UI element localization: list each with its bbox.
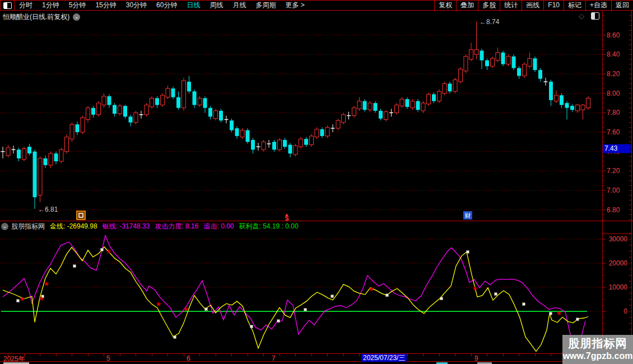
x-axis-tick: [471, 354, 472, 356]
x-axis-tick: [263, 354, 264, 356]
signal-square-marker: [467, 250, 469, 253]
menu-item-period-2[interactable]: 5分钟: [69, 1, 86, 10]
signal-star-marker: ★: [106, 248, 112, 255]
x-axis-tick: [152, 354, 152, 356]
x-axis-tick: [280, 354, 280, 356]
signal-square-marker: [205, 308, 208, 311]
menu-item-tool-4[interactable]: 画线: [522, 0, 543, 11]
menu-item-tool-8[interactable]: 返回: [611, 0, 633, 11]
y-axis-price-label: 6.80: [607, 206, 620, 214]
menu-item-period-8[interactable]: 月线: [232, 1, 246, 10]
x-axis-tick: [519, 354, 519, 356]
x-axis-label: 5: [106, 354, 110, 362]
y-axis-value-label: 0: [623, 307, 627, 315]
x-axis-date-bar[interactable]: 2025年56792025/07/23/三: [0, 353, 633, 362]
x-axis-tick: [423, 354, 423, 356]
signal-square-marker: [73, 265, 76, 268]
signal-star-marker: ★: [183, 305, 189, 313]
y-axis-price-label: 7.00: [607, 186, 620, 194]
collapse-chevron-icon[interactable]: ⌄: [1, 223, 8, 230]
tools-menu: 复权叠加多股统计画线F10标记+自选返回: [434, 1, 633, 10]
x-axis-tick: [551, 354, 551, 356]
y-axis-price-label: 8.20: [607, 70, 620, 78]
x-axis-tick: [72, 354, 72, 356]
y-axis-value-label: 20000: [609, 259, 628, 267]
diamond-icon[interactable]: ◇: [579, 12, 584, 20]
signal-star-marker: ★: [44, 280, 50, 288]
x-axis-tick: [120, 354, 120, 356]
menu-item-period-3[interactable]: 15分钟: [95, 1, 116, 10]
x-axis-tick: [455, 354, 455, 356]
panel-layout-icon: [3, 2, 12, 9]
chevron-down-icon[interactable]: ⌄: [73, 13, 80, 21]
signal-square-marker: [250, 325, 253, 328]
menu-item-tool-0[interactable]: 复权: [434, 0, 456, 11]
x-axis-tick: [407, 354, 408, 356]
chart-corner-icons: ◇: [579, 12, 599, 20]
main-candlestick-chart[interactable]: 8.608.408.208.007.807.607.407.207.006.80…: [0, 11, 633, 222]
menu-item-tool-2[interactable]: 多股: [478, 0, 500, 11]
panel-divider: [0, 221, 633, 221]
y-axis-price-label: 7.20: [607, 167, 620, 175]
selected-date-tag: 2025/07/23/三: [361, 354, 407, 362]
indicator-source-label[interactable]: 股朋指标网: [11, 222, 45, 231]
x-axis-tick: [56, 354, 57, 356]
menu-item-period-1[interactable]: 1分钟: [42, 1, 59, 10]
split-pane-icon[interactable]: [591, 12, 599, 20]
menu-item-period-7[interactable]: 周线: [210, 1, 223, 10]
watermark-site-url: www.7gpzb.com: [562, 351, 633, 361]
signal-star-marker: ★: [20, 295, 26, 303]
signal-star-marker: ★: [369, 285, 375, 293]
y-axis-value-label: 30000: [609, 235, 628, 243]
x-axis-tick: [439, 354, 440, 356]
menu-item-tool-6[interactable]: 标记: [564, 0, 585, 11]
signal-square-marker: [440, 297, 443, 300]
x-axis-tick: [136, 354, 136, 356]
svg-text:财: 财: [465, 212, 471, 219]
x-axis-tick: [343, 354, 344, 356]
x-axis-tick: [216, 354, 216, 356]
menu-item-period-0[interactable]: 分时: [19, 1, 32, 10]
indicator-value-1: 银线: -31748.33: [103, 222, 150, 231]
archive-marker-icon[interactable]: [77, 211, 85, 220]
x-axis-tick: [104, 354, 104, 356]
indicator-value-4: 获利盘: 54.19 : 0.00: [239, 222, 299, 231]
price-annotation: ←6.81: [38, 206, 58, 213]
x-axis-label: 7: [272, 354, 276, 362]
x-axis-tick: [184, 354, 184, 356]
y-axis-price-label: 7.60: [607, 128, 620, 136]
x-axis-tick: [40, 354, 40, 356]
menu-item-tool-5[interactable]: F10: [543, 1, 564, 10]
menu-item-period-9[interactable]: 多周期: [255, 1, 276, 10]
trading-terminal-window: 分时1分钟5分钟15分钟30分钟60分钟日线周线月线多周期更多 > 复权叠加多股…: [0, 0, 633, 364]
last-price-tag-value: 7.43: [604, 144, 618, 152]
menu-item-tool-7[interactable]: +自选: [585, 0, 611, 11]
window-layout-button[interactable]: [0, 1, 15, 10]
signal-square-marker: [576, 318, 579, 321]
signal-star-marker: ★: [472, 284, 478, 292]
x-axis-tick: [199, 354, 200, 356]
menu-item-period-6[interactable]: 日线: [187, 1, 200, 10]
period-menu: 分时1分钟5分钟15分钟30分钟60分钟日线周线月线多周期更多 >: [15, 1, 434, 10]
x-axis-tick: [88, 354, 89, 356]
menu-item-tool-3[interactable]: 统计: [500, 0, 522, 11]
y-axis-value-label: 10000: [609, 283, 628, 291]
signal-square-marker: [101, 248, 104, 251]
x-axis-tick: [327, 354, 328, 356]
x-axis-label: 9: [474, 354, 478, 362]
indicator-line-金线: [3, 247, 588, 352]
signal-star-marker: ★: [556, 309, 562, 317]
menu-item-period-10[interactable]: 更多 >: [285, 1, 304, 10]
signal-square-marker: [523, 303, 525, 306]
menu-item-period-4[interactable]: 30分钟: [126, 1, 147, 10]
x-axis-tick: [359, 354, 360, 356]
x-axis-tick: [311, 354, 312, 356]
menu-item-tool-1[interactable]: 叠加: [456, 0, 478, 11]
menu-item-period-5[interactable]: 60分钟: [156, 1, 177, 10]
indicator-line-chart[interactable]: 3000020000100000★★★★★★★★★: [0, 232, 633, 353]
page-title: 恒顺醋业(日线.前复权): [3, 12, 69, 22]
x-axis-tick: [535, 354, 536, 356]
indicator-line-银线: [3, 236, 585, 344]
indicator-header: ⌄ 股朋指标网 金线: -26949.98银线: -31748.33攻击力度: …: [1, 222, 304, 231]
signal-star-marker: ★: [156, 300, 162, 308]
